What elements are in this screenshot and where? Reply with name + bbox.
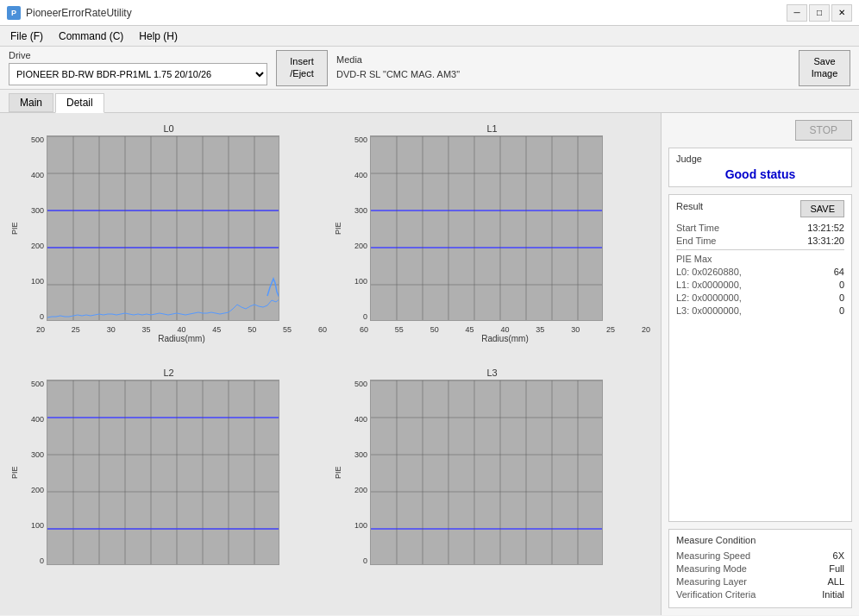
- charts-area: L0 PIE 500 400 300 200 100 0: [0, 113, 661, 615]
- menu-bar: File (F) Command (C) Help (H): [0, 26, 859, 47]
- chart-svg-l3: [370, 380, 650, 568]
- tab-main[interactable]: Main: [9, 93, 53, 112]
- x-axis-spacer-l2: [10, 568, 327, 581]
- start-time-label: Start Time: [676, 223, 719, 233]
- pie-l3-label: L3: 0x0000000,: [676, 305, 742, 316]
- chart-svg-l1-inner: [370, 135, 603, 321]
- stop-button[interactable]: STOP: [795, 120, 852, 141]
- pie-l1-row: L1: 0x0000000, 0: [676, 280, 844, 290]
- app-title: PioneerErrorRateUtility: [26, 7, 132, 19]
- pie-label-l1: PIE: [334, 135, 342, 321]
- menu-command[interactable]: Command (C): [52, 28, 130, 44]
- result-title: Result: [676, 201, 703, 211]
- toolbar: Drive PIONEER BD-RW BDR-PR1ML 1.75 20/10…: [0, 47, 859, 90]
- pie-max-section: PIE Max L0: 0x0260880, 64 L1: 0x0000000,…: [676, 254, 844, 316]
- judge-section: Judge Good status: [668, 148, 852, 187]
- chart-svg-l0-inner: [47, 135, 279, 321]
- result-start-time-row: Start Time 13:21:52: [676, 223, 844, 233]
- pie-l0-label: L0: 0x0260880,: [676, 267, 742, 277]
- end-time-label: End Time: [676, 236, 716, 246]
- tab-bar: Main Detail: [0, 90, 859, 113]
- chart-l1: L1 PIE 500 400 300 200 100 0: [330, 120, 654, 364]
- maximize-button[interactable]: □: [809, 4, 830, 22]
- chart-l3-label: L3: [334, 368, 650, 378]
- pie-l2-row: L2: 0x0000000, 0: [676, 292, 844, 303]
- pie-l0-value: 64: [834, 267, 844, 277]
- chart-svg-l1: [370, 135, 650, 324]
- chart-l2-label: L2: [10, 368, 327, 378]
- save-result-button[interactable]: SAVE: [800, 200, 844, 217]
- title-bar: P PioneerErrorRateUtility ─ □ ✕: [0, 0, 859, 26]
- y-axis-l0: 500 400 300 200 100 0: [21, 135, 47, 321]
- judge-status: Good status: [676, 167, 844, 181]
- chart-svg-l0: [47, 135, 327, 324]
- media-label: Media: [336, 54, 790, 65]
- chart-l0-label: L0: [10, 123, 327, 134]
- insert-eject-button[interactable]: Insert/Eject: [276, 50, 328, 86]
- save-image-button[interactable]: SaveImage: [799, 50, 850, 86]
- pie-max-title: PIE Max: [676, 254, 844, 264]
- pie-l3-row: L3: 0x0000000, 0: [676, 305, 844, 316]
- chart-l0: L0 PIE 500 400 300 200 100 0: [7, 120, 330, 364]
- window-controls: ─ □ ✕: [787, 4, 852, 22]
- chart-svg-l2-inner: [47, 380, 279, 565]
- main-content: L0 PIE 500 400 300 200 100 0: [0, 113, 859, 615]
- x-axis-l1: 60 55 50 45 40 35 30 25 20: [360, 324, 650, 334]
- chart-l2: L2 PIE 500 400 300 200 100 0: [7, 364, 330, 608]
- drive-select[interactable]: PIONEER BD-RW BDR-PR1ML 1.75 20/10/26: [9, 63, 267, 85]
- judge-title: Judge: [676, 154, 844, 164]
- media-value: DVD-R SL "CMC MAG. AM3": [336, 67, 790, 81]
- pie-l1-label: L1: 0x0000000,: [676, 280, 742, 290]
- measure-speed-label: Measuring Speed: [676, 550, 750, 561]
- y-axis-l1: 500 400 300 200 100 0: [344, 135, 370, 321]
- measure-layer-value: ALL: [827, 576, 844, 587]
- tab-detail[interactable]: Detail: [55, 93, 104, 113]
- result-divider: [676, 249, 844, 250]
- measure-mode-label: Measuring Mode: [676, 563, 747, 574]
- x-axis-l0: 20 25 30 35 40 45 50 55 60: [36, 324, 327, 334]
- right-panel: STOP Judge Good status Result SAVE Start…: [661, 113, 859, 615]
- measure-section: Measure Condition Measuring Speed 6X Mea…: [668, 529, 852, 608]
- pie-label-l3: PIE: [334, 380, 342, 565]
- measure-layer-row: Measuring Layer ALL: [676, 576, 844, 587]
- chart-l3: L3 PIE 500 400 300 200 100 0: [330, 364, 654, 608]
- drive-label: Drive: [9, 50, 267, 60]
- pie-label-l2: PIE: [10, 380, 19, 565]
- pie-l1-value: 0: [839, 280, 844, 290]
- app-icon-letter: P: [11, 9, 16, 17]
- result-end-time-row: End Time 13:31:20: [676, 236, 844, 246]
- measure-mode-row: Measuring Mode Full: [676, 563, 844, 574]
- pie-l3-value: 0: [839, 305, 844, 316]
- menu-help[interactable]: Help (H): [132, 28, 185, 44]
- measure-speed-row: Measuring Speed 6X: [676, 550, 844, 561]
- y-axis-l2: 500 400 300 200 100 0: [21, 380, 47, 565]
- x-label-l0: Radius(mm): [36, 334, 327, 343]
- x-axis-spacer-l3: [334, 568, 650, 581]
- x-label-l1: Radius(mm): [360, 334, 650, 343]
- result-section: Result SAVE Start Time 13:21:52 End Time…: [668, 194, 852, 522]
- pie-l2-value: 0: [839, 292, 844, 303]
- measure-criteria-row: Verification Criteria Initial: [676, 589, 844, 600]
- app-icon: P: [7, 6, 21, 20]
- pie-label-l0: PIE: [10, 135, 19, 321]
- pie-l2-label: L2: 0x0000000,: [676, 292, 742, 303]
- end-time-value: 13:31:20: [807, 236, 844, 246]
- start-time-value: 13:21:52: [807, 223, 844, 233]
- measure-criteria-value: Initial: [822, 589, 844, 600]
- drive-section: Drive PIONEER BD-RW BDR-PR1ML 1.75 20/10…: [9, 50, 267, 85]
- y-axis-l3: 500 400 300 200 100 0: [344, 380, 370, 565]
- measure-speed-value: 6X: [833, 550, 844, 561]
- measure-mode-value: Full: [829, 563, 844, 574]
- menu-file[interactable]: File (F): [3, 28, 50, 44]
- minimize-button[interactable]: ─: [787, 4, 807, 22]
- close-button[interactable]: ✕: [831, 4, 852, 22]
- pie-l0-row: L0: 0x0260880, 64: [676, 267, 844, 277]
- measure-title: Measure Condition: [676, 535, 844, 545]
- media-section: Media DVD-R SL "CMC MAG. AM3": [336, 54, 790, 81]
- measure-layer-label: Measuring Layer: [676, 576, 747, 587]
- chart-svg-l2: [47, 380, 327, 568]
- chart-l1-label: L1: [334, 123, 650, 134]
- measure-criteria-label: Verification Criteria: [676, 589, 756, 600]
- chart-svg-l3-inner: [370, 380, 603, 565]
